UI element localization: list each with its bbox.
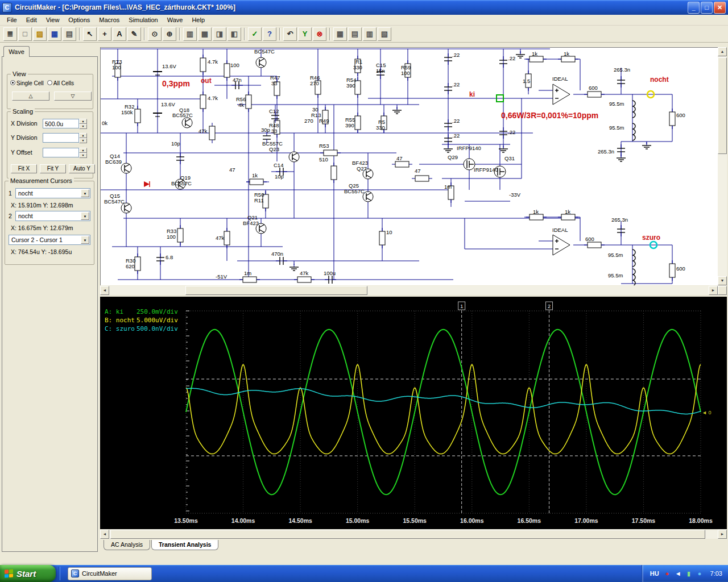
fit-y-button[interactable]: Fit Y (40, 164, 66, 173)
text-tool-button[interactable]: A (113, 27, 126, 41)
svg-text:.22: .22 (452, 81, 460, 88)
scroll-up-icon[interactable]: ▲ (718, 47, 727, 56)
network-icon[interactable]: ▮ (685, 569, 693, 578)
svg-text:620: 620 (126, 263, 135, 269)
wire-tool-button[interactable]: ✎ (127, 27, 141, 41)
svg-text:330: 330 (376, 124, 385, 131)
waveform-display[interactable]: 13.50ms14.00ms14.50ms15.00ms15.50ms16.00… (100, 297, 727, 529)
app-icon: C (2, 3, 12, 13)
analysis-tabstrip: AC AnalysisTransient Analysis (100, 540, 669, 552)
rotate-part-button[interactable]: ▩ (198, 27, 212, 41)
menu-options[interactable]: Options (64, 15, 94, 24)
schematic-horizontal-scrollbar[interactable]: ◄ ► (100, 286, 718, 295)
x-division-input[interactable] (43, 119, 79, 128)
app-icon: C (71, 569, 79, 577)
trace-nocht (186, 364, 701, 454)
menu-wave[interactable]: Wave (163, 15, 188, 24)
tab-ac-analysis[interactable]: AC Analysis (104, 540, 150, 550)
cursor-diff-select[interactable]: Cursor 2 - Cursor 1 ▼ (9, 235, 90, 245)
svg-text:nocht: nocht (650, 76, 669, 84)
mirror-part-button[interactable]: ◨ (213, 27, 226, 41)
zoom-tool-button[interactable]: ⊕ (163, 27, 176, 41)
antivirus-icon[interactable]: ● (663, 569, 672, 578)
svg-text:1k: 1k (532, 51, 537, 57)
mixed-window-button[interactable]: ▧ (378, 27, 391, 41)
help-tool-button[interactable]: ? (263, 27, 276, 41)
start-button[interactable]: Start (0, 565, 56, 582)
chevron-down-icon[interactable]: ▼ (81, 189, 89, 197)
maximize-button[interactable]: □ (701, 2, 713, 14)
check-rules-button[interactable]: ✓ (248, 27, 262, 41)
tab-transient-analysis[interactable]: Transient Analysis (151, 540, 218, 550)
menu-file[interactable]: File (2, 15, 22, 24)
scroll-left-icon[interactable]: ◄ (100, 286, 109, 295)
svg-text:1.5: 1.5 (523, 78, 530, 84)
find-part-button[interactable]: ▥ (183, 27, 197, 41)
fit-x-button[interactable]: Fit X (11, 164, 37, 173)
svg-text:33: 33 (271, 128, 278, 134)
minimize-button[interactable]: _ (688, 2, 700, 14)
menu-help[interactable]: Help (187, 15, 209, 24)
waveform-horizontal-scrollbar[interactable]: ◄ ► (100, 530, 727, 539)
scroll-down-icon[interactable]: ▼ (718, 276, 727, 285)
menu-edit[interactable]: Edit (22, 15, 42, 24)
undo-button[interactable]: ↶ (283, 27, 297, 41)
schematic-vscroll-thumb[interactable] (718, 57, 727, 154)
save-file-button[interactable]: ▦ (48, 27, 61, 41)
language-indicator[interactable]: HU (650, 570, 659, 577)
new-file-button[interactable]: □ (18, 27, 32, 41)
svg-text:C14: C14 (274, 162, 283, 168)
toolbar-separator (244, 28, 245, 40)
scroll-right-icon[interactable]: ► (709, 286, 718, 295)
open-file-button[interactable]: ▨ (33, 27, 47, 41)
y-division-input[interactable] (43, 133, 79, 143)
zero-marker: ◄ 0 (702, 410, 711, 415)
probe-y-button[interactable]: Y (298, 27, 312, 41)
toolbar-separator (79, 28, 80, 40)
browse-windows-button[interactable]: ≣ (3, 27, 17, 41)
tab-wave[interactable]: Wave (3, 46, 30, 57)
schematic-hscroll-thumb[interactable] (185, 286, 367, 295)
x-division-spinner[interactable]: ▲▼ (79, 119, 87, 128)
svg-text:95.5m: 95.5m (609, 101, 624, 107)
digital-window-button[interactable]: ▦ (333, 27, 347, 41)
add-part-button[interactable]: + (98, 27, 111, 41)
cursor-2-signal-select[interactable]: nocht ▼ (15, 211, 90, 221)
y-offset-input[interactable] (43, 148, 79, 157)
probe-tool-button[interactable]: ⊙ (148, 27, 162, 41)
messenger-icon[interactable]: ● (696, 569, 704, 578)
cursor-diff-readout: X: 764.54u Y: -18.695u (11, 248, 72, 255)
chevron-down-icon[interactable]: ▼ (81, 236, 89, 244)
stop-simulation-button[interactable]: ⊗ (313, 27, 326, 41)
radio-single-cell[interactable] (10, 80, 15, 85)
cursor-1-signal-select[interactable]: nocht ▼ (15, 188, 90, 198)
menu-view[interactable]: View (42, 15, 64, 24)
select-arrow-button[interactable]: ↖ (83, 27, 97, 41)
cell-down-button[interactable]: ▽ (54, 92, 92, 101)
volume-icon[interactable]: ◄ (674, 569, 682, 578)
print-button[interactable]: ▤ (63, 27, 76, 41)
split-view-button[interactable]: ◧ (228, 27, 241, 41)
y-division-spinner[interactable]: ▲▼ (79, 133, 87, 143)
legend-scale: 5.000uV/div (136, 317, 178, 324)
schematic-canvas[interactable]: R7310013.6V4.7k100BC547C0,3ppmout47nR473… (100, 47, 718, 285)
scroll-right-icon[interactable]: ► (718, 530, 727, 539)
clock: 7:03 (710, 570, 722, 577)
radio-all-cells[interactable] (47, 80, 52, 85)
scope-window-button[interactable]: ▥ (363, 27, 377, 41)
svg-text:Q23: Q23 (269, 146, 279, 152)
y-offset-spinner[interactable]: ▲▼ (79, 148, 87, 157)
svg-text:15.50ms: 15.50ms (403, 517, 427, 524)
scroll-left-icon[interactable]: ◄ (100, 530, 109, 539)
waveform-hscroll-thumb[interactable] (110, 530, 705, 539)
cell-up-button[interactable]: △ (12, 92, 49, 101)
chevron-down-icon[interactable]: ▼ (81, 212, 89, 220)
schematic-vertical-scrollbar[interactable]: ▲ ▼ (718, 47, 727, 285)
menu-macros[interactable]: Macros (94, 15, 124, 24)
auto-y-button[interactable]: Auto Y (69, 164, 95, 173)
task-button-circuitmaker[interactable]: C CircuitMaker (68, 567, 152, 580)
analog-window-button[interactable]: ▤ (348, 27, 362, 41)
close-button[interactable]: ✕ (714, 2, 726, 14)
svg-text:100: 100 (167, 234, 176, 240)
menu-simulation[interactable]: Simulation (124, 15, 162, 24)
